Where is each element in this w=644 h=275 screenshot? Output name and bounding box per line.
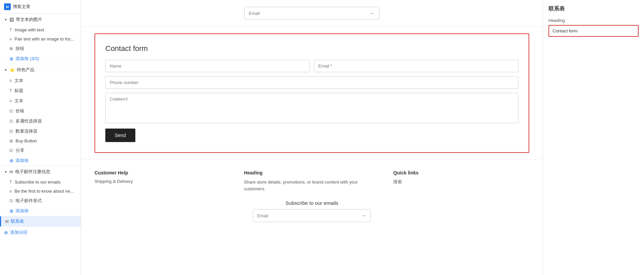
add-block-label: 添加块: [16, 158, 29, 164]
section-header-image-with-text[interactable]: ▼ 🖼 带文本的图片: [0, 14, 81, 25]
section-label-email: 电子邮件注册信息: [15, 169, 50, 175]
footer-link-search[interactable]: 搜索: [393, 179, 529, 185]
item-label: Buy Button: [16, 138, 37, 143]
item-label: 按钮: [16, 46, 24, 52]
email-icon: ✉: [9, 169, 13, 174]
add-block-image[interactable]: ⊕ 添加块 (3/3): [0, 54, 81, 64]
list-icon: ≡: [9, 78, 12, 83]
logo-icon: bi: [4, 3, 11, 10]
right-panel-heading-input[interactable]: [548, 25, 639, 37]
sidebar-item-text2[interactable]: ≡ 文本: [0, 96, 81, 106]
sidebar-header: bi 博客文章: [0, 0, 81, 14]
plus-icon: ⊕: [4, 230, 8, 235]
footer-col-text-heading: Share store details, promotions, or bran…: [244, 179, 380, 192]
section-label-contact: 联系表: [11, 218, 24, 224]
list-icon: ≡: [9, 189, 12, 194]
sidebar-item-buy-button[interactable]: ⊞ Buy Button: [0, 136, 81, 145]
sidebar-item-share[interactable]: ⊡ 分享: [0, 145, 81, 156]
right-panel: 联系表 Heading: [543, 0, 644, 275]
star-icon: ⭐: [9, 67, 15, 73]
section-items-email: T Subscribe to our emails ≡ Be the first…: [0, 177, 81, 206]
form-row-name-email: [105, 60, 518, 72]
sidebar-item-subscribe[interactable]: T Subscribe to our emails: [0, 177, 81, 187]
plus-icon: ⊕: [9, 56, 14, 61]
sidebar-item-quantity[interactable]: ⊡ 数量选择器: [0, 126, 81, 136]
top-email-section: →: [81, 0, 543, 27]
footer-columns: Customer Help Shipping & Delivery Headin…: [95, 170, 529, 192]
footer-col-customer-help: Customer Help Shipping & Delivery: [95, 170, 231, 192]
plus-icon: ⊕: [9, 208, 14, 214]
text-icon: T: [9, 180, 12, 185]
list-icon: ≡: [9, 99, 12, 103]
item-label: 标题: [15, 88, 23, 94]
box-icon: ⊡: [9, 148, 13, 153]
box-icon: ⊡: [9, 119, 13, 123]
sidebar-item-text1[interactable]: ≡ 文本: [0, 76, 81, 86]
sidebar-item-email-form[interactable]: ⊡ 电子邮件形式: [0, 196, 81, 206]
section-image-with-text: ▼ 🖼 带文本的图片 T Image with text ≡ Pair text…: [0, 14, 81, 64]
section-items-image-with-text: T Image with text ≡ Pair text with an im…: [0, 25, 81, 54]
name-field[interactable]: [105, 60, 310, 72]
add-block-featured[interactable]: ⊕ 添加块: [0, 156, 81, 166]
subscribe-section: Subscribe to our emails →: [95, 200, 529, 222]
section-header-featured[interactable]: ▼ ⭐ 特色产品: [0, 64, 81, 76]
section-label-featured: 特色产品: [17, 67, 34, 73]
item-label: 分享: [16, 147, 24, 154]
email-arrow-icon[interactable]: →: [365, 7, 379, 19]
add-block-label: 添加块: [16, 208, 29, 214]
contact-icon: ✉: [5, 219, 9, 224]
footer-col-title-heading: Heading: [244, 170, 380, 175]
sidebar-item-heading[interactable]: T 标题: [0, 86, 81, 96]
sidebar-item-button[interactable]: ⊞ 按钮: [0, 44, 81, 54]
box-icon: ⊡: [9, 109, 13, 113]
item-label: 数量选择器: [16, 128, 37, 134]
section-featured-product: ▼ ⭐ 特色产品 ≡ 文本 T 标题 ≡ 文本 ⊡ 价格 ⊡ 多属性选: [0, 64, 81, 166]
sidebar-item-price[interactable]: ⊡ 价格: [0, 106, 81, 116]
image-section-icon: 🖼: [9, 17, 14, 22]
sidebar-item-image-with-text[interactable]: T Image with text: [0, 25, 81, 34]
canvas: → Contact form Send Customer Help Shippi…: [81, 0, 543, 275]
add-section-button[interactable]: ⊕ 添加分区: [0, 227, 81, 238]
sidebar-item-multi-selector[interactable]: ⊡ 多属性选择器: [0, 116, 81, 126]
sidebar-item-pair-text[interactable]: ≡ Pair text with an image to foc...: [0, 34, 81, 44]
chevron-down-icon: ▼: [4, 18, 7, 22]
section-header-email[interactable]: ▼ ✉ 电子邮件注册信息: [0, 166, 81, 177]
item-label: Be the first to know about ne...: [15, 189, 74, 194]
contact-form-section[interactable]: Contact form Send: [95, 33, 529, 153]
item-label: 文本: [15, 98, 23, 104]
item-label: 多属性选择器: [16, 118, 42, 124]
right-panel-title: 联系表: [548, 5, 639, 12]
subscribe-arrow-icon[interactable]: →: [356, 210, 371, 222]
email-top-input[interactable]: [245, 7, 365, 19]
footer-link-shipping[interactable]: Shipping & Delivery: [95, 179, 231, 184]
section-email-signup: ▼ ✉ 电子邮件注册信息 T Subscribe to our emails ≡…: [0, 166, 81, 216]
section-items-featured: ≡ 文本 T 标题 ≡ 文本 ⊡ 价格 ⊡ 多属性选择器 ⊡ 数量选择器: [0, 76, 81, 156]
text-icon: T: [9, 88, 12, 93]
email-field[interactable]: [314, 60, 518, 72]
footer-col-title-quick: Quick links: [393, 170, 529, 175]
add-block-email[interactable]: ⊕ 添加块: [0, 206, 81, 216]
sidebar-item-first-know[interactable]: ≡ Be the first to know about ne...: [0, 187, 81, 196]
app-title: 博客文章: [13, 4, 30, 10]
footer-col-title-customer: Customer Help: [95, 170, 231, 175]
sidebar: bi 博客文章 ▼ 🖼 带文本的图片 T Image with text ≡ P…: [0, 0, 81, 275]
item-label: 价格: [16, 108, 24, 114]
item-label: 文本: [15, 78, 23, 84]
add-section-label: 添加分区: [10, 229, 28, 236]
subscribe-email-input[interactable]: [253, 210, 356, 222]
box-icon: ⊡: [9, 129, 13, 134]
section-header-contact[interactable]: ✉ 联系表: [0, 216, 81, 226]
send-button[interactable]: Send: [105, 129, 135, 142]
footer-col-heading: Heading Share store details, promotions,…: [244, 170, 380, 192]
footer-col-quick-links: Quick links 搜索: [393, 170, 529, 192]
footer-section: Customer Help Shipping & Delivery Headin…: [81, 160, 543, 232]
item-label: Subscribe to our emails: [15, 180, 60, 185]
section-contact: ✉ 联系表: [0, 216, 81, 227]
item-label: Image with text: [15, 27, 44, 32]
phone-field[interactable]: [105, 76, 518, 89]
item-label: Pair text with an image to foc...: [15, 36, 75, 42]
chevron-down-icon: ▼: [4, 68, 7, 72]
comment-field[interactable]: [105, 93, 518, 123]
chevron-down-icon: ▼: [4, 170, 7, 174]
box-icon: ⊡: [9, 198, 13, 203]
